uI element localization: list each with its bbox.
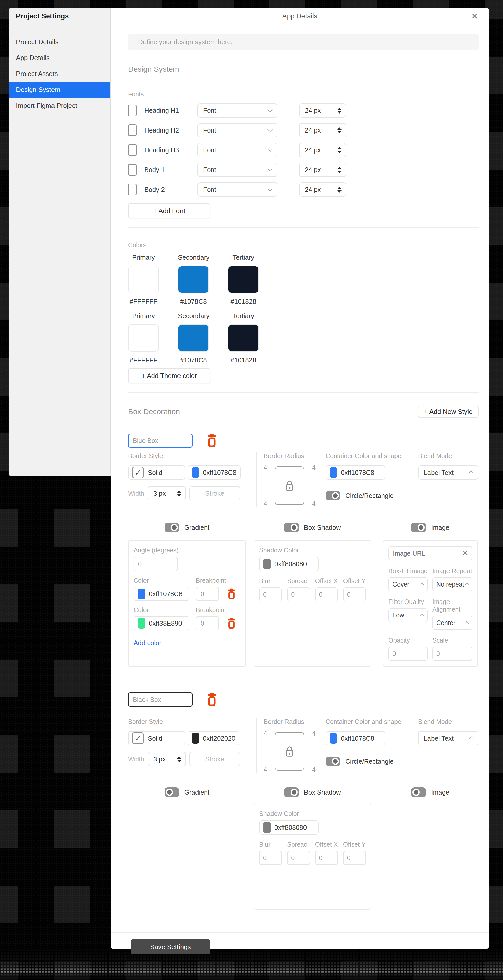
delete-style-icon[interactable]	[206, 693, 217, 706]
checkbox-checked-icon[interactable]: ✓	[132, 467, 144, 478]
font-checkbox[interactable]	[128, 124, 137, 136]
color-chip[interactable]	[263, 558, 271, 569]
font-size-stepper[interactable]: 24 px	[299, 123, 346, 137]
angle-input[interactable]	[134, 557, 178, 571]
font-checkbox[interactable]	[128, 144, 137, 156]
blend-mode-select[interactable]: Label Text	[418, 731, 478, 745]
delete-style-icon[interactable]	[206, 434, 217, 447]
sidebar-item-project-assets[interactable]: Project Assets	[9, 66, 110, 82]
color-swatch[interactable]	[128, 266, 159, 293]
circle-rectangle-toggle[interactable]	[326, 491, 340, 500]
stepper-arrows-icon[interactable]	[177, 756, 181, 762]
font-checkbox[interactable]	[128, 105, 137, 116]
border-solid-checkbox-field[interactable]: ✓ Solid	[128, 465, 185, 480]
circle-rectangle-toggle[interactable]	[326, 757, 340, 766]
offset-x-input[interactable]	[315, 851, 338, 865]
image-repeat-select[interactable]: No repeat	[432, 577, 472, 591]
offset-y-input[interactable]	[343, 587, 366, 601]
stepper-arrows-icon[interactable]	[337, 147, 342, 153]
color-chip[interactable]	[263, 822, 271, 833]
box-shadow-toggle[interactable]	[284, 523, 299, 532]
shadow-color-field[interactable]: 0xff808080	[259, 557, 319, 571]
add-font-button[interactable]: + Add Font	[128, 203, 211, 218]
sidebar-item-app-details[interactable]: App Details	[9, 50, 110, 66]
stepper-arrows-icon[interactable]	[337, 167, 342, 173]
radius-bottom-right[interactable]: 4	[312, 500, 316, 508]
font-family-select[interactable]: Font	[198, 163, 277, 177]
container-color-field[interactable]: 0xff1078C8	[326, 731, 385, 745]
color-chip[interactable]	[192, 467, 199, 478]
gradient-toggle[interactable]	[164, 788, 179, 797]
clear-url-icon[interactable]: ✕	[462, 549, 468, 557]
checkbox-checked-icon[interactable]: ✓	[132, 732, 144, 744]
color-swatch[interactable]	[178, 324, 209, 352]
font-size-stepper[interactable]: 24 px	[299, 143, 346, 157]
radius-top-right[interactable]: 4	[312, 730, 316, 737]
add-new-style-button[interactable]: + Add New Style	[418, 406, 479, 418]
breakpoint-input[interactable]	[196, 587, 219, 601]
border-color-field[interactable]: 0xff1078C8	[188, 465, 241, 480]
color-chip[interactable]	[192, 733, 199, 744]
gradient-toggle[interactable]	[164, 523, 179, 532]
color-chip[interactable]	[330, 467, 337, 478]
filter-quality-select[interactable]: Low	[388, 608, 428, 622]
stepper-arrows-icon[interactable]	[337, 108, 342, 113]
box-shadow-toggle[interactable]	[284, 788, 299, 797]
delete-gradient-color-icon[interactable]	[227, 618, 236, 629]
spread-input[interactable]	[287, 851, 310, 865]
border-color-field[interactable]: 0xff202020	[188, 731, 240, 745]
style-name-input[interactable]	[128, 433, 193, 448]
blend-mode-select[interactable]: Label Text	[418, 465, 478, 480]
border-width-stepper[interactable]: 3 px	[148, 486, 186, 500]
style-name-input[interactable]	[128, 692, 193, 706]
blur-input[interactable]	[259, 851, 282, 865]
container-color-field[interactable]: 0xff1078C8	[326, 465, 385, 480]
image-alignment-select[interactable]: Center	[432, 616, 472, 630]
gradient-color-field[interactable]: 0xff1078C8	[134, 587, 189, 601]
image-toggle[interactable]	[411, 788, 426, 797]
font-checkbox[interactable]	[128, 184, 137, 195]
stroke-button[interactable]: Stroke	[189, 752, 240, 766]
font-family-select[interactable]: Font	[198, 183, 277, 197]
radius-bottom-right[interactable]: 4	[312, 766, 316, 773]
box-fit-select[interactable]: Cover	[388, 577, 428, 591]
sidebar-item-project-details[interactable]: Project Details	[9, 34, 110, 50]
delete-gradient-color-icon[interactable]	[227, 588, 236, 600]
breakpoint-input[interactable]	[196, 616, 219, 630]
border-radius-widget[interactable]: 4 4 4 4	[263, 464, 316, 508]
image-toggle[interactable]	[411, 523, 426, 532]
color-chip[interactable]	[330, 733, 337, 744]
border-radius-widget[interactable]: 4 4 4 4	[263, 730, 316, 773]
font-family-select[interactable]: Font	[198, 103, 277, 118]
stroke-button[interactable]: Stroke	[189, 486, 240, 500]
radius-top-left[interactable]: 4	[263, 464, 267, 471]
radius-top-right[interactable]: 4	[312, 464, 316, 471]
font-size-stepper[interactable]: 24 px	[299, 103, 346, 118]
blur-input[interactable]	[259, 587, 282, 601]
font-size-stepper[interactable]: 24 px	[299, 163, 346, 177]
opacity-input[interactable]	[388, 647, 428, 661]
spread-input[interactable]	[287, 587, 310, 601]
add-theme-color-button[interactable]: + Add Theme color	[128, 368, 211, 383]
font-family-select[interactable]: Font	[198, 143, 277, 157]
color-swatch[interactable]	[178, 266, 209, 293]
color-swatch[interactable]	[128, 324, 159, 352]
stepper-arrows-icon[interactable]	[337, 187, 342, 192]
shadow-color-field[interactable]: 0xff808080	[259, 820, 319, 835]
add-color-link[interactable]: Add color	[134, 639, 240, 647]
font-family-select[interactable]: Font	[198, 123, 277, 137]
stepper-arrows-icon[interactable]	[337, 127, 342, 133]
color-chip[interactable]	[138, 589, 145, 599]
color-chip[interactable]	[138, 618, 145, 628]
stepper-arrows-icon[interactable]	[177, 490, 181, 496]
border-width-stepper[interactable]: 3 px	[148, 752, 186, 766]
font-checkbox[interactable]	[128, 164, 137, 176]
lock-icon[interactable]	[285, 746, 294, 757]
sidebar-item-design-system[interactable]: Design System	[9, 82, 110, 98]
scale-input[interactable]	[432, 647, 472, 661]
offset-x-input[interactable]	[315, 587, 338, 601]
font-size-stepper[interactable]: 24 px	[299, 183, 346, 197]
sidebar-item-import-figma[interactable]: Import Figma Project	[9, 98, 110, 114]
close-icon[interactable]: ✕	[471, 11, 478, 21]
offset-y-input[interactable]	[343, 851, 366, 865]
